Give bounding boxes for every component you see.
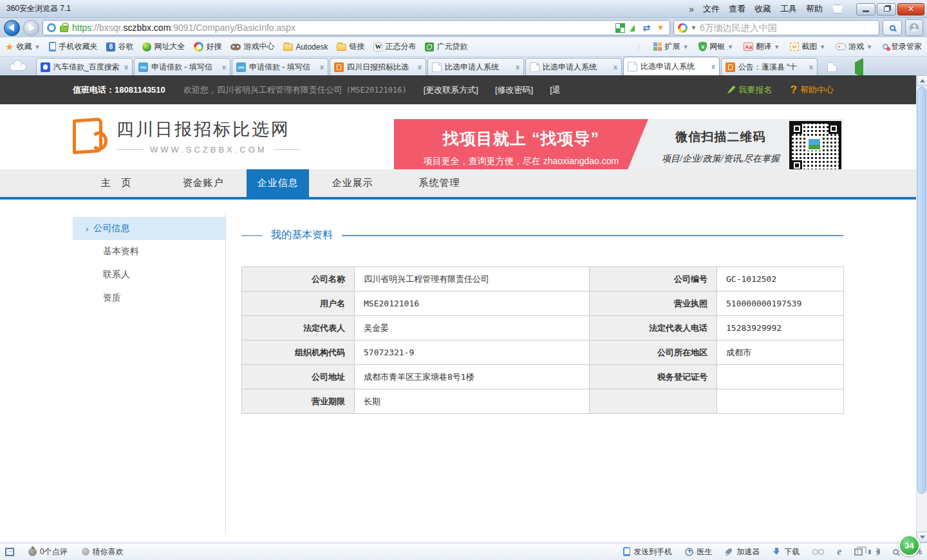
- sidebar-item-qualification[interactable]: 资质: [73, 286, 225, 310]
- menu-favorites[interactable]: 收藏: [754, 3, 771, 15]
- logout-link[interactable]: [退: [550, 84, 561, 96]
- bookmark-mobile-favorites[interactable]: 手机收藏夹: [49, 41, 97, 52]
- refresh-icon[interactable]: ⇄: [642, 23, 650, 33]
- change-password-link[interactable]: [修改密码]: [495, 84, 533, 96]
- folder-icon: [337, 44, 346, 51]
- menu-view[interactable]: 查看: [729, 3, 745, 15]
- guess-you-like-button[interactable]: 猜你喜欢: [82, 546, 124, 557]
- sidebar-item-basic-info[interactable]: 基本资料: [73, 240, 225, 263]
- bookmark-links-folder[interactable]: 链接: [337, 41, 364, 52]
- send-to-phone-button[interactable]: 发送到手机: [623, 546, 672, 557]
- tab-loan-apply-2[interactable]: 申请借款 - 填写信x: [232, 58, 328, 75]
- search-engine-icon[interactable]: [678, 23, 688, 33]
- skin-icon[interactable]: [832, 5, 843, 14]
- ssl-lock-icon[interactable]: [60, 26, 68, 32]
- site-logo[interactable]: 四川日报招标比选网 WWW.SCZBBX.COM: [73, 117, 301, 154]
- bookmark-game-center[interactable]: 游戏中心: [230, 41, 274, 52]
- user-account-button[interactable]: [905, 19, 923, 36]
- bookmark-site-directory[interactable]: 网址大全: [142, 41, 185, 52]
- tab-notice[interactable]: 公告：蓬溪县 “十x: [721, 58, 818, 75]
- toolbar-games[interactable]: 游戏▼: [836, 41, 872, 52]
- nav-funds-account[interactable]: 资金账户: [160, 169, 247, 197]
- menu-help[interactable]: 帮助: [806, 3, 823, 15]
- side-panel-button[interactable]: [5, 548, 14, 556]
- tab-bixuan-2[interactable]: 比选申请人系统x: [525, 58, 622, 75]
- forward-button[interactable]: [23, 20, 39, 36]
- ad-banner[interactable]: 找项目就上 “找项导” 项目更全，查询更方便，尽在 zhaoxiangdao.c…: [394, 119, 843, 175]
- help-center-link[interactable]: ?帮助中心: [791, 84, 834, 97]
- windows-button[interactable]: [854, 548, 863, 555]
- nav-system-manage[interactable]: 系统管理: [396, 169, 483, 197]
- search-button[interactable]: [883, 20, 902, 35]
- tab-bixuan-active[interactable]: 比选申请人系统x: [623, 57, 720, 75]
- download-button[interactable]: 下载: [772, 546, 800, 557]
- url-text[interactable]: https://bxsqr.sczbbx.com:9091/Company/Ba…: [72, 23, 612, 33]
- ie-mode-button[interactable]: e: [837, 546, 841, 557]
- cloud-sync-button[interactable]: [5, 60, 31, 74]
- menu-file[interactable]: 文件: [703, 3, 720, 15]
- close-icon[interactable]: x: [809, 63, 813, 71]
- toolbar-ebank[interactable]: ¥网银▼: [698, 41, 733, 52]
- close-icon[interactable]: x: [516, 63, 520, 71]
- bookmark-haosou[interactable]: 好搜: [194, 41, 221, 52]
- booster-button[interactable]: 加速器: [725, 546, 760, 557]
- scroll-up-button[interactable]: [917, 75, 927, 86]
- table-row: 用户名 MSE20121016 营业执照 510000000197539: [242, 292, 844, 316]
- close-icon[interactable]: x: [320, 63, 324, 71]
- page-scrollbar[interactable]: [916, 75, 927, 543]
- tab-bixuan-1[interactable]: 比选申请人系统x: [427, 58, 524, 75]
- field-value: [717, 365, 844, 389]
- close-icon[interactable]: x: [418, 63, 422, 71]
- tab-baidu-search[interactable]: 汽车借款_百度搜索x: [36, 58, 133, 75]
- close-icon[interactable]: x: [711, 62, 715, 70]
- close-button[interactable]: ✕: [897, 3, 924, 15]
- bookmark-wikipedia[interactable]: W正态分布: [373, 41, 416, 52]
- scrollbar-thumb[interactable]: [917, 87, 926, 494]
- bookmark-favorites[interactable]: ★收藏▼: [5, 41, 40, 52]
- mute-button[interactable]: [876, 548, 880, 555]
- back-button[interactable]: [4, 20, 20, 36]
- tab-sczbbx[interactable]: 四川日报招标比选x: [330, 58, 426, 75]
- chevron-down-icon: ▼: [34, 44, 40, 50]
- field-value: 57072321-9: [355, 341, 590, 365]
- close-icon[interactable]: x: [124, 63, 128, 71]
- qr-login-icon[interactable]: [616, 24, 624, 32]
- search-box[interactable]: ▼: [673, 20, 879, 35]
- bookmark-loan[interactable]: 广元贷款: [425, 41, 467, 52]
- speed-mode-icon[interactable]: [630, 24, 638, 32]
- minimize-button[interactable]: [856, 3, 876, 15]
- sidebar-item-contacts[interactable]: 联系人: [73, 263, 225, 286]
- restore-button[interactable]: [877, 3, 896, 15]
- toolbar-login-manager[interactable]: 登录管家: [883, 41, 922, 52]
- bookmark-autodesk-folder[interactable]: Autodesk: [283, 42, 328, 51]
- skin-glasses-button[interactable]: [812, 549, 824, 555]
- toolbar-screenshot[interactable]: ✂截图▼: [790, 41, 825, 52]
- tab-loan-apply-1[interactable]: 申请借款 - 填写信x: [134, 58, 230, 75]
- bookmark-google[interactable]: 8谷歌: [106, 41, 133, 52]
- toolbar-extensions[interactable]: 扩展▼: [653, 41, 688, 52]
- new-tab-button[interactable]: [824, 60, 839, 74]
- translate-icon: Aa: [744, 42, 753, 51]
- url-field[interactable]: https://bxsqr.sczbbx.com:9091/Company/Ba…: [42, 20, 670, 35]
- nav-home[interactable]: 主 页: [73, 169, 160, 197]
- close-icon[interactable]: x: [613, 63, 617, 71]
- nav-company-info[interactable]: 企业信息: [247, 169, 309, 197]
- sidebar-header-company-info[interactable]: › 公司信息: [73, 217, 225, 240]
- reopen-tab-button[interactable]: [855, 62, 863, 73]
- menu-tools[interactable]: 工具: [780, 3, 797, 15]
- change-contact-link[interactable]: [更改联系方式]: [424, 84, 478, 96]
- menu-overflow-icon[interactable]: »: [689, 4, 694, 14]
- reviews-button[interactable]: 0个点评: [28, 546, 68, 557]
- notification-badge[interactable]: 34: [899, 535, 920, 556]
- search-input[interactable]: [700, 23, 875, 33]
- search-engine-dropdown-icon[interactable]: ▼: [691, 24, 697, 31]
- field-label: 营业执照: [590, 292, 717, 316]
- toolbar-translate[interactable]: Aa翻译▼: [744, 41, 780, 52]
- doctor-button[interactable]: 医生: [685, 546, 712, 557]
- close-icon[interactable]: x: [222, 63, 226, 71]
- nav-company-display[interactable]: 企业展示: [309, 169, 396, 197]
- dropdown-icon[interactable]: ▼: [657, 23, 664, 32]
- magnifier-icon: [893, 549, 899, 555]
- signup-link[interactable]: 我要报名: [727, 84, 772, 96]
- ad-slogan: 找项目就上 “找项导”: [394, 128, 648, 149]
